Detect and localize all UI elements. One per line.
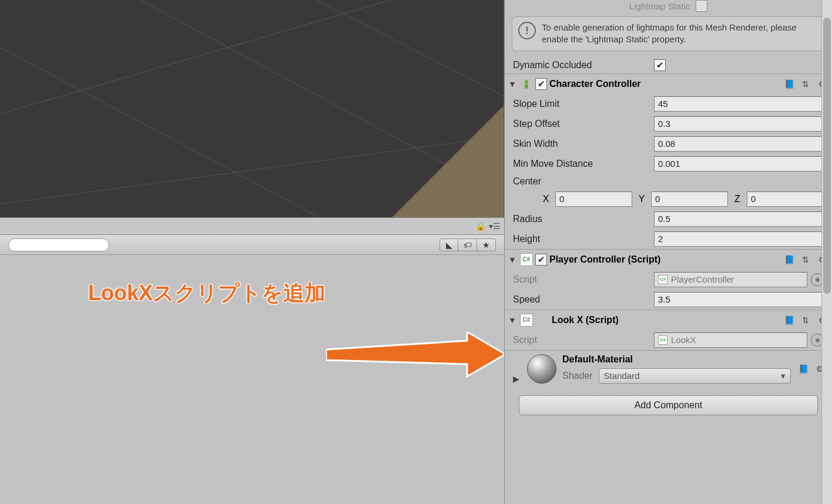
lookx-script-label: Script — [513, 335, 654, 345]
filter-by-type-button[interactable]: ◣ — [440, 238, 458, 251]
lookx-script-value: LookX — [671, 335, 696, 345]
favorite-button[interactable]: ★ — [477, 238, 496, 251]
scene-view[interactable] — [0, 0, 504, 217]
speed-field[interactable]: 3.5 — [654, 292, 824, 307]
lookx-title: Look X (Script) — [552, 315, 780, 325]
player-controller-title: Player Controller (Script) — [549, 254, 780, 265]
dynamic-occluded-checkbox[interactable]: ✔ — [654, 59, 666, 71]
component-header-lookx: ▼ C# Look X (Script) 📘 ⇅ ⚙ — [505, 310, 832, 330]
preset-icon[interactable]: ⇅ — [799, 253, 812, 266]
csharp-script-icon: C# — [520, 253, 533, 266]
skin-width-field[interactable]: 0.08 — [654, 136, 824, 152]
search-input[interactable] — [8, 238, 109, 251]
slope-limit-field[interactable]: 45 — [654, 96, 824, 112]
z-label: Z — [732, 194, 743, 204]
character-controller-icon — [520, 78, 533, 90]
radius-field[interactable]: 0.5 — [654, 211, 824, 227]
svg-point-6 — [525, 80, 528, 83]
filter-by-label-button[interactable]: 🏷 — [458, 238, 477, 251]
info-text: To enable generation of lightmaps for th… — [542, 22, 818, 46]
help-icon[interactable]: 📘 — [783, 78, 796, 90]
pc-script-field: C# PlayerController — [654, 272, 807, 287]
center-z-field[interactable]: 0 — [747, 191, 824, 207]
lightmap-info-box: ! To enable generation of lightmaps for … — [512, 16, 825, 51]
chevron-down-icon: ▾ — [781, 371, 786, 381]
player-controller-enable-checkbox[interactable]: ✔ — [535, 254, 547, 266]
csharp-badge-icon: C# — [658, 335, 667, 345]
height-field[interactable]: 2 — [654, 231, 824, 247]
slope-limit-label: Slope Limit — [513, 99, 654, 109]
material-block: ▶ Default-Material Shader Standard ▾ 📘 ⚙ — [505, 350, 832, 387]
character-controller-title: Character Controller — [549, 79, 780, 89]
pc-script-label: Script — [513, 274, 654, 285]
material-preview-icon — [527, 354, 556, 384]
dynamic-occluded-label: Dynamic Occluded — [513, 60, 654, 70]
dynamic-occluded-row: Dynamic Occluded ✔ — [505, 57, 832, 73]
character-controller-enable-checkbox[interactable]: ✔ — [535, 78, 547, 90]
height-label: Height — [513, 234, 654, 244]
add-component-button[interactable]: Add Component — [519, 395, 818, 415]
inspector-scrollbar[interactable] — [821, 0, 832, 504]
min-move-field[interactable]: 0.001 — [654, 156, 824, 172]
lookx-script-field: C# LookX — [654, 332, 807, 348]
lock-icon[interactable]: 🔒 — [475, 221, 485, 231]
step-offset-label: Step Offset — [513, 119, 654, 129]
svg-rect-7 — [525, 83, 528, 89]
y-label: Y — [636, 194, 648, 204]
min-move-label: Min Move Distance — [513, 159, 654, 169]
shader-dropdown[interactable]: Standard ▾ — [599, 368, 791, 384]
lightmap-static-label: Lightmap Static — [629, 1, 690, 11]
foldout-toggle[interactable]: ▼ — [507, 255, 518, 264]
svg-line-4 — [294, 0, 504, 100]
lightmap-static-row: Lightmap Static — [505, 0, 832, 14]
center-label: Center — [513, 176, 654, 187]
help-icon[interactable]: 📘 — [783, 253, 796, 266]
component-header-player-controller: ▼ C# ✔ Player Controller (Script) 📘 ⇅ ⚙ — [505, 249, 832, 270]
mini-toolbar: 🔒 ▾☰ — [0, 217, 504, 235]
help-icon[interactable]: 📘 — [797, 362, 810, 375]
svg-line-1 — [0, 0, 504, 117]
material-name: Default-Material — [562, 354, 791, 365]
svg-line-3 — [0, 41, 353, 217]
project-search-bar: 🔍 ◣ 🏷 ★ — [0, 235, 504, 255]
x-label: X — [540, 194, 552, 204]
scrollbar-thumb[interactable] — [823, 18, 831, 294]
inspector-panel: Lightmap Static ! To enable generation o… — [504, 0, 832, 504]
skin-width-label: Skin Width — [513, 139, 654, 149]
info-icon: ! — [518, 22, 536, 39]
scene-geometry — [392, 106, 504, 217]
component-header-character-controller: ▼ ✔ Character Controller 📘 ⇅ ⚙ — [505, 73, 832, 94]
csharp-badge-icon: C# — [658, 275, 667, 284]
dropdown-icon[interactable]: ▾☰ — [489, 221, 501, 231]
lightmap-static-checkbox[interactable] — [696, 0, 707, 12]
shader-value: Standard — [604, 371, 640, 381]
shader-label: Shader — [562, 371, 593, 381]
csharp-script-icon: C# — [520, 314, 533, 327]
foldout-toggle[interactable]: ▼ — [507, 79, 518, 89]
center-x-field[interactable]: 0 — [555, 191, 632, 207]
foldout-toggle[interactable]: ▶ — [511, 374, 521, 384]
speed-label: Speed — [513, 294, 654, 305]
project-panel[interactable] — [0, 255, 504, 504]
step-offset-field[interactable]: 0.3 — [654, 116, 824, 132]
preset-icon[interactable]: ⇅ — [799, 78, 812, 90]
preset-icon[interactable]: ⇅ — [799, 314, 812, 327]
radius-label: Radius — [513, 214, 654, 224]
help-icon[interactable]: 📘 — [783, 314, 796, 327]
center-y-field[interactable]: 0 — [651, 191, 728, 207]
foldout-toggle[interactable]: ▼ — [507, 315, 518, 325]
pc-script-value: PlayerController — [671, 274, 734, 284]
